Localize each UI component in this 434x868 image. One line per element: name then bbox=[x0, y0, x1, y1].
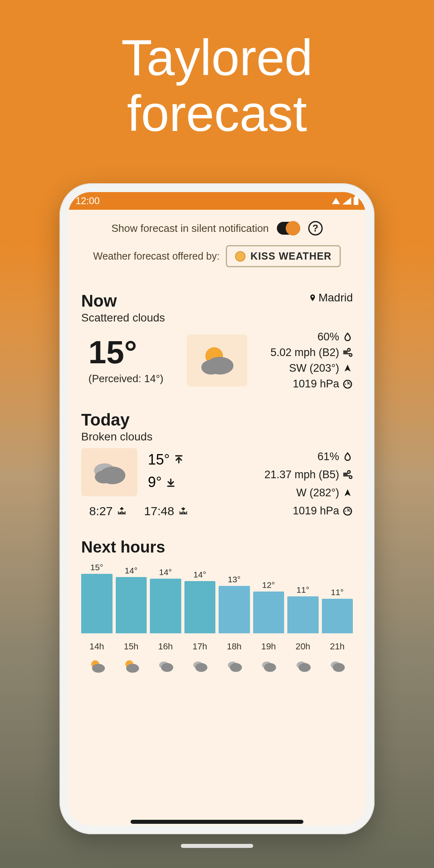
battery-icon bbox=[354, 197, 358, 205]
today-humidity: 61% bbox=[264, 450, 353, 463]
wind-icon bbox=[342, 348, 353, 358]
hourly-bar-temp: 13° bbox=[228, 575, 241, 584]
location-name: Madrid bbox=[318, 291, 353, 304]
hourly-bar-temp: 11° bbox=[297, 585, 309, 595]
hourly-bar-chart: 15°14°14°14°13°12°11°11° bbox=[81, 565, 353, 633]
now-description: Scattered clouds bbox=[81, 311, 165, 324]
hourly-bar-temp: 14° bbox=[125, 566, 137, 575]
hero-line2: forecast bbox=[127, 85, 307, 142]
droplet-icon bbox=[342, 332, 353, 342]
provider-row: Weather forecast offered by: KISS WEATHE… bbox=[68, 241, 366, 281]
cloudy-icon bbox=[322, 656, 353, 676]
hourly-bar-temp: 12° bbox=[262, 580, 275, 590]
help-button[interactable]: ? bbox=[308, 221, 323, 235]
sunset-icon bbox=[177, 506, 189, 516]
status-bar: 12:00 bbox=[68, 192, 366, 210]
now-wind: 5.02 mph (B2) bbox=[270, 346, 353, 359]
wifi-icon bbox=[332, 198, 340, 204]
provider-chip[interactable]: KISS WEATHER bbox=[226, 245, 341, 267]
now-pressure: 1019 hPa bbox=[270, 378, 353, 390]
hourly-label: 15h bbox=[116, 641, 147, 652]
hourly-label: 18h bbox=[219, 641, 250, 652]
hourly-label: 19h bbox=[253, 641, 285, 652]
location[interactable]: Madrid bbox=[309, 291, 353, 304]
hourly-bar[interactable]: 15° bbox=[81, 563, 113, 633]
next-hours-card: Next hours 15°14°14°14°13°12°11°11° 14h1… bbox=[73, 532, 361, 686]
hourly-bar-fill bbox=[150, 579, 181, 633]
now-humidity: 60% bbox=[270, 331, 353, 343]
hourly-bar[interactable]: 11° bbox=[287, 585, 319, 633]
now-weather-icon bbox=[187, 334, 247, 387]
sunset: 17:48 bbox=[144, 504, 189, 518]
svg-point-17 bbox=[230, 663, 242, 672]
hourly-bar-temp: 11° bbox=[331, 588, 344, 597]
svg-point-21 bbox=[299, 663, 311, 672]
notification-setting-row: Show forecast in silent notification ? bbox=[68, 210, 366, 241]
phone-screen: 12:00 Show forecast in silent notificati… bbox=[68, 192, 366, 825]
hourly-label: 16h bbox=[150, 641, 181, 652]
partly-cloudy-icon bbox=[116, 656, 147, 676]
partly-cloudy-icon bbox=[81, 656, 113, 676]
toggle-knob bbox=[286, 221, 300, 235]
hourly-bar-fill bbox=[253, 592, 285, 633]
hourly-bar-fill bbox=[81, 574, 113, 633]
direction-arrow-icon bbox=[342, 363, 353, 374]
hourly-bar-temp: 14° bbox=[159, 567, 172, 577]
hourly-bar[interactable]: 14° bbox=[184, 570, 216, 633]
notification-toggle[interactable] bbox=[277, 222, 300, 235]
cloudy-icon bbox=[253, 656, 285, 676]
today-high: 15° bbox=[148, 451, 184, 468]
hero-title: Taylored forecast bbox=[0, 30, 434, 141]
now-direction: SW (203°) bbox=[270, 362, 353, 375]
hourly-bar-fill bbox=[287, 596, 319, 633]
svg-point-2 bbox=[201, 360, 221, 375]
now-title: Now bbox=[81, 291, 165, 311]
svg-point-15 bbox=[195, 663, 207, 672]
hourly-icons bbox=[81, 656, 353, 676]
pressure-gauge-icon bbox=[342, 379, 353, 389]
today-card: Today Broken clouds bbox=[73, 404, 361, 528]
direction-arrow-icon bbox=[342, 488, 353, 498]
hourly-label: 20h bbox=[287, 641, 319, 652]
hourly-bar-fill bbox=[322, 599, 353, 633]
hourly-label: 17h bbox=[184, 641, 216, 652]
today-description: Broken clouds bbox=[81, 430, 353, 443]
hourly-bar-fill bbox=[116, 577, 147, 633]
next-hours-title: Next hours bbox=[81, 538, 353, 556]
now-temperature: 15° bbox=[88, 336, 164, 368]
hourly-label: 21h bbox=[322, 641, 353, 652]
notification-label: Show forecast in silent notification bbox=[111, 222, 269, 235]
status-time: 12:00 bbox=[76, 195, 100, 207]
svg-point-19 bbox=[264, 663, 276, 672]
hourly-bar[interactable]: 13° bbox=[219, 575, 250, 633]
today-low: 9° bbox=[148, 474, 184, 491]
hourly-bar[interactable]: 14° bbox=[116, 566, 147, 633]
home-indicator bbox=[181, 844, 253, 848]
hourly-bar-fill bbox=[184, 581, 216, 633]
droplet-icon bbox=[342, 452, 353, 462]
today-title: Today bbox=[81, 410, 353, 430]
cloudy-icon bbox=[219, 656, 250, 676]
hero-line1: Taylored bbox=[121, 29, 313, 86]
hourly-bar-fill bbox=[219, 586, 250, 633]
provider-label: Weather forecast offered by: bbox=[93, 250, 220, 262]
provider-name: KISS WEATHER bbox=[250, 250, 332, 262]
hourly-bar[interactable]: 11° bbox=[322, 588, 353, 633]
navigation-bar bbox=[131, 820, 303, 821]
cloudy-icon bbox=[184, 656, 216, 676]
hourly-bar-temp: 15° bbox=[90, 563, 103, 572]
now-perceived: (Perceived: 14°) bbox=[88, 373, 164, 385]
svg-point-6 bbox=[95, 471, 113, 483]
svg-point-11 bbox=[126, 664, 139, 673]
today-direction: W (282°) bbox=[264, 487, 353, 499]
hourly-bar[interactable]: 12° bbox=[253, 580, 285, 633]
svg-point-13 bbox=[161, 663, 173, 672]
arrow-up-icon bbox=[174, 454, 184, 465]
cloudy-icon bbox=[287, 656, 319, 676]
sunrise-icon bbox=[116, 506, 128, 516]
signal-icon bbox=[342, 197, 351, 205]
arrow-down-icon bbox=[166, 477, 176, 487]
hourly-labels: 14h15h16h17h18h19h20h21h bbox=[81, 641, 353, 652]
hourly-bar[interactable]: 14° bbox=[150, 567, 181, 633]
cloudy-icon bbox=[150, 656, 181, 676]
